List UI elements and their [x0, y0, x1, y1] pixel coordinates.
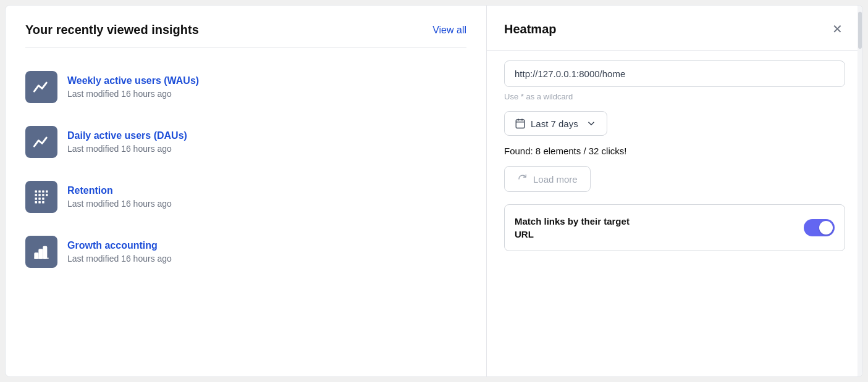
chevron-down-icon — [586, 118, 597, 129]
load-more-button[interactable]: Load more — [504, 166, 591, 192]
view-all-link[interactable]: View all — [432, 25, 466, 36]
list-item[interactable]: Daily active users (DAUs) Last modified … — [25, 115, 466, 170]
dau-name: Daily active users (DAUs) — [67, 130, 187, 141]
toggle-thumb — [819, 221, 833, 235]
svg-rect-15 — [40, 250, 43, 259]
retention-name: Retention — [67, 185, 172, 196]
svg-rect-2 — [42, 191, 44, 193]
date-range-label: Last 7 days — [531, 118, 578, 129]
retention-info: Retention Last modified 16 hours ago — [67, 185, 172, 209]
dau-info: Daily active users (DAUs) Last modified … — [67, 130, 187, 154]
svg-rect-1 — [38, 191, 41, 193]
svg-rect-6 — [42, 194, 44, 196]
growth-icon — [25, 236, 57, 268]
svg-rect-10 — [42, 197, 44, 200]
trend-chart-icon-2 — [33, 133, 50, 151]
match-links-label: Match links by their target URL — [515, 215, 638, 241]
insight-list: Weekly active users (WAUs) Last modified… — [25, 60, 466, 280]
retention-meta: Last modified 16 hours ago — [67, 199, 172, 209]
svg-rect-7 — [46, 194, 48, 196]
trend-chart-icon — [33, 78, 50, 96]
growth-name: Growth accounting — [67, 240, 172, 251]
header-divider — [25, 47, 466, 48]
scrollbar-thumb — [858, 12, 862, 49]
recently-viewed-panel: Your recently viewed insights View all W… — [5, 5, 487, 377]
dau-icon — [25, 126, 57, 158]
svg-rect-3 — [46, 191, 48, 193]
wau-info: Weekly active users (WAUs) Last modified… — [67, 75, 199, 99]
close-button[interactable]: ✕ — [830, 20, 845, 38]
match-links-box: Match links by their target URL — [504, 204, 845, 251]
left-header: Your recently viewed insights View all — [25, 23, 466, 37]
svg-rect-5 — [38, 194, 41, 196]
wau-meta: Last modified 16 hours ago — [67, 89, 199, 99]
svg-rect-11 — [35, 201, 38, 204]
wau-name: Weekly active users (WAUs) — [67, 75, 199, 86]
svg-rect-8 — [35, 197, 38, 200]
svg-rect-14 — [35, 253, 38, 258]
wau-icon — [25, 71, 57, 103]
right-header: Heatmap ✕ — [504, 20, 845, 38]
match-links-toggle[interactable] — [804, 219, 835, 236]
growth-meta: Last modified 16 hours ago — [67, 254, 172, 264]
svg-rect-0 — [35, 191, 38, 193]
found-stats: Found: 8 elements / 32 clicks! — [504, 146, 845, 156]
toggle-track[interactable] — [804, 219, 835, 236]
calendar-icon — [515, 118, 526, 129]
scrollbar[interactable] — [857, 6, 862, 376]
grid-icon — [33, 188, 50, 206]
list-item[interactable]: Weekly active users (WAUs) Last modified… — [25, 60, 466, 115]
svg-rect-9 — [38, 197, 41, 200]
retention-icon — [25, 181, 57, 213]
date-range-select[interactable]: Last 7 days — [504, 111, 607, 136]
url-input[interactable] — [504, 60, 845, 87]
svg-rect-12 — [38, 201, 41, 204]
refresh-icon — [517, 173, 528, 185]
right-divider — [487, 50, 862, 51]
list-item[interactable]: Growth accounting Last modified 16 hours… — [25, 225, 466, 280]
svg-rect-4 — [35, 194, 38, 196]
heatmap-panel: Heatmap ✕ Use * as a wildcard Last 7 day… — [487, 5, 863, 377]
svg-rect-18 — [516, 120, 525, 128]
bar-chart-icon — [33, 243, 50, 260]
svg-rect-16 — [44, 247, 47, 259]
list-item[interactable]: Retention Last modified 16 hours ago — [25, 170, 466, 225]
svg-rect-13 — [42, 201, 44, 204]
heatmap-title: Heatmap — [504, 22, 556, 36]
dau-meta: Last modified 16 hours ago — [67, 144, 187, 154]
left-panel-title: Your recently viewed insights — [25, 23, 199, 37]
load-more-label: Load more — [533, 174, 578, 185]
growth-info: Growth accounting Last modified 16 hours… — [67, 240, 172, 264]
wildcard-hint: Use * as a wildcard — [504, 92, 845, 101]
